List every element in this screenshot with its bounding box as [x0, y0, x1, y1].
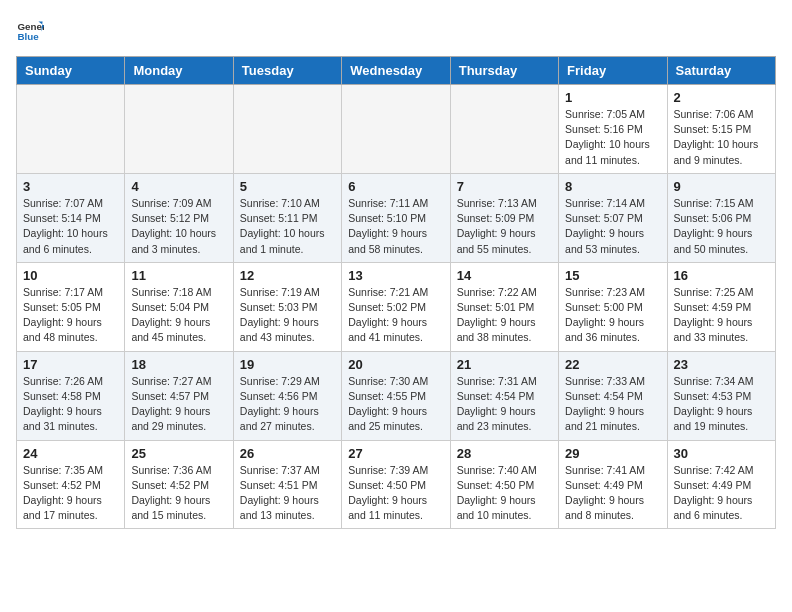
day-number: 16: [674, 268, 769, 283]
weekday-header-tuesday: Tuesday: [233, 57, 341, 85]
day-number: 28: [457, 446, 552, 461]
day-cell-18: 18Sunrise: 7:27 AM Sunset: 4:57 PM Dayli…: [125, 351, 233, 440]
day-info: Sunrise: 7:29 AM Sunset: 4:56 PM Dayligh…: [240, 374, 335, 435]
day-info: Sunrise: 7:27 AM Sunset: 4:57 PM Dayligh…: [131, 374, 226, 435]
weekday-header-saturday: Saturday: [667, 57, 775, 85]
day-number: 25: [131, 446, 226, 461]
day-cell-15: 15Sunrise: 7:23 AM Sunset: 5:00 PM Dayli…: [559, 262, 667, 351]
day-cell-20: 20Sunrise: 7:30 AM Sunset: 4:55 PM Dayli…: [342, 351, 450, 440]
calendar-row-0: 1Sunrise: 7:05 AM Sunset: 5:16 PM Daylig…: [17, 85, 776, 174]
day-info: Sunrise: 7:33 AM Sunset: 4:54 PM Dayligh…: [565, 374, 660, 435]
day-cell-29: 29Sunrise: 7:41 AM Sunset: 4:49 PM Dayli…: [559, 440, 667, 529]
logo: General Blue: [16, 16, 44, 44]
day-info: Sunrise: 7:09 AM Sunset: 5:12 PM Dayligh…: [131, 196, 226, 257]
day-cell-12: 12Sunrise: 7:19 AM Sunset: 5:03 PM Dayli…: [233, 262, 341, 351]
day-cell-26: 26Sunrise: 7:37 AM Sunset: 4:51 PM Dayli…: [233, 440, 341, 529]
calendar-body: 1Sunrise: 7:05 AM Sunset: 5:16 PM Daylig…: [17, 85, 776, 529]
day-info: Sunrise: 7:35 AM Sunset: 4:52 PM Dayligh…: [23, 463, 118, 524]
calendar-row-1: 3Sunrise: 7:07 AM Sunset: 5:14 PM Daylig…: [17, 173, 776, 262]
day-number: 24: [23, 446, 118, 461]
day-info: Sunrise: 7:07 AM Sunset: 5:14 PM Dayligh…: [23, 196, 118, 257]
day-info: Sunrise: 7:19 AM Sunset: 5:03 PM Dayligh…: [240, 285, 335, 346]
day-cell-4: 4Sunrise: 7:09 AM Sunset: 5:12 PM Daylig…: [125, 173, 233, 262]
day-info: Sunrise: 7:18 AM Sunset: 5:04 PM Dayligh…: [131, 285, 226, 346]
weekday-header-thursday: Thursday: [450, 57, 558, 85]
day-number: 10: [23, 268, 118, 283]
day-number: 22: [565, 357, 660, 372]
day-cell-14: 14Sunrise: 7:22 AM Sunset: 5:01 PM Dayli…: [450, 262, 558, 351]
day-number: 13: [348, 268, 443, 283]
day-cell-5: 5Sunrise: 7:10 AM Sunset: 5:11 PM Daylig…: [233, 173, 341, 262]
day-info: Sunrise: 7:30 AM Sunset: 4:55 PM Dayligh…: [348, 374, 443, 435]
day-number: 17: [23, 357, 118, 372]
day-number: 11: [131, 268, 226, 283]
day-cell-6: 6Sunrise: 7:11 AM Sunset: 5:10 PM Daylig…: [342, 173, 450, 262]
day-cell-27: 27Sunrise: 7:39 AM Sunset: 4:50 PM Dayli…: [342, 440, 450, 529]
day-info: Sunrise: 7:14 AM Sunset: 5:07 PM Dayligh…: [565, 196, 660, 257]
day-number: 29: [565, 446, 660, 461]
weekday-header-monday: Monday: [125, 57, 233, 85]
day-cell-1: 1Sunrise: 7:05 AM Sunset: 5:16 PM Daylig…: [559, 85, 667, 174]
day-number: 26: [240, 446, 335, 461]
day-number: 23: [674, 357, 769, 372]
calendar-row-4: 24Sunrise: 7:35 AM Sunset: 4:52 PM Dayli…: [17, 440, 776, 529]
empty-cell: [233, 85, 341, 174]
day-number: 9: [674, 179, 769, 194]
day-number: 4: [131, 179, 226, 194]
day-cell-19: 19Sunrise: 7:29 AM Sunset: 4:56 PM Dayli…: [233, 351, 341, 440]
day-cell-13: 13Sunrise: 7:21 AM Sunset: 5:02 PM Dayli…: [342, 262, 450, 351]
day-info: Sunrise: 7:40 AM Sunset: 4:50 PM Dayligh…: [457, 463, 552, 524]
calendar-row-2: 10Sunrise: 7:17 AM Sunset: 5:05 PM Dayli…: [17, 262, 776, 351]
day-info: Sunrise: 7:26 AM Sunset: 4:58 PM Dayligh…: [23, 374, 118, 435]
day-info: Sunrise: 7:36 AM Sunset: 4:52 PM Dayligh…: [131, 463, 226, 524]
day-number: 5: [240, 179, 335, 194]
day-cell-9: 9Sunrise: 7:15 AM Sunset: 5:06 PM Daylig…: [667, 173, 775, 262]
weekday-header-wednesday: Wednesday: [342, 57, 450, 85]
day-number: 8: [565, 179, 660, 194]
day-cell-10: 10Sunrise: 7:17 AM Sunset: 5:05 PM Dayli…: [17, 262, 125, 351]
weekday-header-friday: Friday: [559, 57, 667, 85]
day-info: Sunrise: 7:39 AM Sunset: 4:50 PM Dayligh…: [348, 463, 443, 524]
day-number: 27: [348, 446, 443, 461]
day-cell-21: 21Sunrise: 7:31 AM Sunset: 4:54 PM Dayli…: [450, 351, 558, 440]
day-info: Sunrise: 7:10 AM Sunset: 5:11 PM Dayligh…: [240, 196, 335, 257]
day-number: 2: [674, 90, 769, 105]
day-cell-24: 24Sunrise: 7:35 AM Sunset: 4:52 PM Dayli…: [17, 440, 125, 529]
day-number: 15: [565, 268, 660, 283]
empty-cell: [450, 85, 558, 174]
day-number: 3: [23, 179, 118, 194]
day-number: 1: [565, 90, 660, 105]
svg-text:Blue: Blue: [17, 31, 39, 42]
day-cell-11: 11Sunrise: 7:18 AM Sunset: 5:04 PM Dayli…: [125, 262, 233, 351]
day-number: 14: [457, 268, 552, 283]
day-cell-30: 30Sunrise: 7:42 AM Sunset: 4:49 PM Dayli…: [667, 440, 775, 529]
weekday-header-sunday: Sunday: [17, 57, 125, 85]
day-info: Sunrise: 7:06 AM Sunset: 5:15 PM Dayligh…: [674, 107, 769, 168]
day-number: 7: [457, 179, 552, 194]
day-info: Sunrise: 7:15 AM Sunset: 5:06 PM Dayligh…: [674, 196, 769, 257]
day-number: 21: [457, 357, 552, 372]
day-number: 20: [348, 357, 443, 372]
empty-cell: [125, 85, 233, 174]
day-cell-8: 8Sunrise: 7:14 AM Sunset: 5:07 PM Daylig…: [559, 173, 667, 262]
empty-cell: [342, 85, 450, 174]
day-cell-28: 28Sunrise: 7:40 AM Sunset: 4:50 PM Dayli…: [450, 440, 558, 529]
day-info: Sunrise: 7:13 AM Sunset: 5:09 PM Dayligh…: [457, 196, 552, 257]
day-info: Sunrise: 7:37 AM Sunset: 4:51 PM Dayligh…: [240, 463, 335, 524]
empty-cell: [17, 85, 125, 174]
day-cell-16: 16Sunrise: 7:25 AM Sunset: 4:59 PM Dayli…: [667, 262, 775, 351]
day-cell-25: 25Sunrise: 7:36 AM Sunset: 4:52 PM Dayli…: [125, 440, 233, 529]
day-info: Sunrise: 7:41 AM Sunset: 4:49 PM Dayligh…: [565, 463, 660, 524]
weekday-header-row: SundayMondayTuesdayWednesdayThursdayFrid…: [17, 57, 776, 85]
day-info: Sunrise: 7:05 AM Sunset: 5:16 PM Dayligh…: [565, 107, 660, 168]
day-number: 18: [131, 357, 226, 372]
day-info: Sunrise: 7:31 AM Sunset: 4:54 PM Dayligh…: [457, 374, 552, 435]
calendar-table: SundayMondayTuesdayWednesdayThursdayFrid…: [16, 56, 776, 529]
day-cell-23: 23Sunrise: 7:34 AM Sunset: 4:53 PM Dayli…: [667, 351, 775, 440]
day-number: 30: [674, 446, 769, 461]
day-info: Sunrise: 7:34 AM Sunset: 4:53 PM Dayligh…: [674, 374, 769, 435]
calendar-row-3: 17Sunrise: 7:26 AM Sunset: 4:58 PM Dayli…: [17, 351, 776, 440]
day-info: Sunrise: 7:17 AM Sunset: 5:05 PM Dayligh…: [23, 285, 118, 346]
day-info: Sunrise: 7:23 AM Sunset: 5:00 PM Dayligh…: [565, 285, 660, 346]
day-number: 19: [240, 357, 335, 372]
